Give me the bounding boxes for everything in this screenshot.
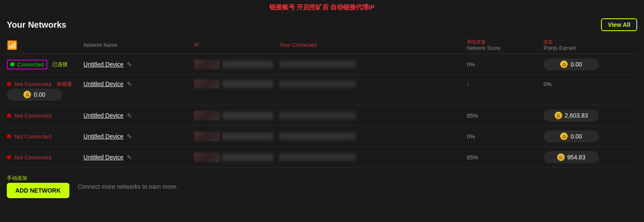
time-blurred-3: [279, 133, 356, 140]
status-label-2: Not Connected: [14, 112, 52, 119]
view-all-button[interactable]: View All: [601, 18, 637, 31]
score-cell-1: 0%: [544, 81, 637, 87]
ip-cell-3: [194, 132, 279, 141]
ip-blurred-3: [194, 132, 220, 141]
ip-text-blurred-2: [222, 112, 273, 119]
score-cell-2: 85%: [467, 112, 544, 119]
time-cell-4: [279, 153, 467, 161]
status-label-3: Not Connected: [14, 133, 52, 140]
status-dot-red-3: [7, 134, 11, 138]
edit-icon-4[interactable]: ✎: [127, 154, 132, 161]
chevron-left-icon: ‹: [467, 80, 469, 89]
points-badge-3: G 0.00: [544, 130, 599, 142]
points-cell-4: G 954.83: [544, 151, 637, 163]
time-cell-3: [279, 133, 467, 140]
status-label-0: Connected: [17, 61, 44, 68]
score-cell-0: 0%: [467, 61, 544, 68]
device-name-0[interactable]: Untitled Device: [83, 61, 123, 68]
device-name-4[interactable]: Untitled Device: [83, 154, 123, 161]
add-network-button[interactable]: ADD NETWORK: [7, 183, 69, 198]
device-name-1[interactable]: Untitled Device: [83, 81, 123, 87]
connected-highlight: Connected: [7, 60, 47, 69]
points-value-1: 0.00: [34, 91, 45, 98]
status-cell-1: Not Connected 未链接: [7, 81, 83, 88]
device-name-3[interactable]: Untitled Device: [83, 133, 123, 140]
time-blurred-2: [279, 112, 356, 119]
table-row: Not Connected Untitled Device ✎ 85% G 95…: [7, 147, 637, 168]
table-row: Not Connected Untitled Device ✎ 0% G 0.0…: [7, 126, 637, 147]
col-network-name: Network Name: [83, 42, 194, 48]
status-dot-red-2: [7, 113, 11, 118]
coin-icon-0: G: [560, 61, 568, 68]
coin-icon-4: G: [557, 153, 565, 161]
points-value-3: 0.00: [570, 133, 582, 140]
wifi-icon: 📶: [7, 40, 17, 50]
quality-label: 网络质量: [467, 39, 486, 44]
score-cell-4: 85%: [467, 154, 544, 161]
time-cell-2: [279, 112, 467, 119]
col-points-earned: 收益 Points Earned: [544, 39, 637, 51]
edit-icon-3[interactable]: ✎: [127, 133, 132, 140]
time-cell-1: [279, 80, 467, 88]
col-time-connected: Time Connected: [279, 42, 467, 48]
ip-text-blurred-4: [222, 153, 273, 161]
ip-text-blurred-0: [222, 61, 273, 68]
points-badge-1: G 0.00: [7, 89, 62, 101]
footer-connect-text: Connect more networks to earn more.: [78, 183, 178, 190]
points-value-2: 2,603.83: [565, 112, 588, 119]
time-blurred-1: [279, 80, 356, 88]
col-wifi: 📶: [7, 40, 83, 50]
points-cell-3: G 0.00: [544, 130, 637, 142]
table-row: Not Connected Untitled Device ✎ 85% G 2,…: [7, 105, 637, 126]
points-cell-0: G 0.00: [544, 58, 637, 70]
device-name-cell-3: Untitled Device ✎: [83, 133, 194, 140]
ip-blurred-2: [194, 111, 220, 120]
time-blurred-4: [279, 153, 356, 161]
ip-blurred-4: [194, 153, 220, 162]
status-cell-0: Connected 已连接: [7, 60, 83, 69]
points-value-0: 0.00: [570, 61, 582, 68]
status-cell-chevron-1: ‹: [467, 80, 544, 89]
annotation-1: 未链接: [57, 81, 72, 88]
coin-icon-3: G: [560, 133, 568, 140]
col-ip: IP: [194, 42, 279, 48]
edit-icon-2[interactable]: ✎: [127, 112, 132, 119]
time-blurred-0: [279, 61, 356, 68]
status-label-4: Not Connected: [14, 154, 52, 161]
device-name-cell-4: Untitled Device ✎: [83, 154, 194, 161]
table-row: Connected 已连接 Untitled Device ✎ 0% G 0.0…: [7, 54, 637, 75]
ip-text-blurred-1: [222, 80, 273, 88]
coin-icon-2: G: [555, 112, 562, 119]
page-title: Your Networks: [7, 20, 66, 30]
add-network-annotation: 手动添加: [7, 175, 27, 182]
status-dot-red-4: [7, 155, 11, 159]
ip-text-blurred-3: [222, 133, 273, 140]
status-cell-3: Not Connected: [7, 133, 83, 140]
points-badge-4: G 954.83: [544, 151, 599, 163]
device-name-cell-0: Untitled Device ✎: [83, 61, 194, 68]
table-row: Not Connected 未链接 Untitled Device ✎ ‹ 0%…: [7, 75, 637, 105]
device-name-cell-2: Untitled Device ✎: [83, 112, 194, 119]
coin-icon-1: G: [23, 91, 31, 98]
annotation-0: 已连接: [52, 61, 68, 68]
status-cell-4: Not Connected: [7, 154, 83, 161]
status-cell-2: Not Connected: [7, 112, 83, 119]
edit-icon-1[interactable]: ✎: [127, 81, 132, 87]
points-cell-1: G 0.00: [7, 89, 83, 101]
score-cell-3: 0%: [467, 133, 544, 140]
status-label-1: Not Connected: [14, 81, 52, 87]
ip-cell-4: [194, 153, 279, 162]
edit-icon-0[interactable]: ✎: [127, 61, 132, 68]
status-dot-red-1: [7, 82, 11, 86]
ip-cell-0: [194, 60, 279, 69]
points-badge-2: G 2,603.83: [544, 110, 599, 121]
points-value-4: 954.83: [567, 154, 586, 161]
time-cell-0: [279, 61, 467, 68]
earnings-label: 收益: [544, 39, 553, 44]
ip-cell-1: [194, 79, 279, 89]
ip-blurred-0: [194, 60, 220, 69]
status-dot-green: [10, 62, 14, 66]
points-cell-2: G 2,603.83: [544, 110, 637, 121]
banner-text: 链接账号 开启挖矿后 自动链接代理IP: [269, 3, 375, 11]
device-name-2[interactable]: Untitled Device: [83, 112, 123, 119]
